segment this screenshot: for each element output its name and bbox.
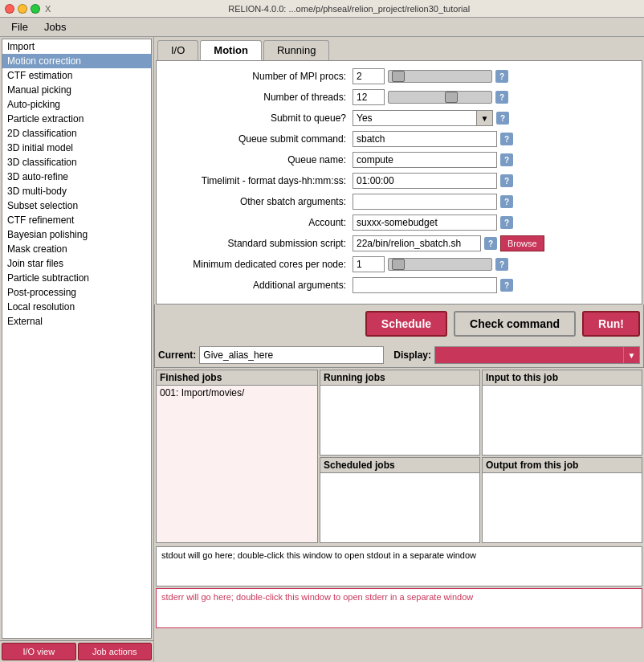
script-help[interactable]: ? bbox=[484, 237, 497, 250]
sidebar-item-particle-extraction[interactable]: Particle extraction bbox=[2, 112, 151, 126]
threads-slider[interactable] bbox=[388, 91, 492, 104]
script-input[interactable] bbox=[353, 235, 481, 251]
title-bar: X RELION-4.0.0: ...ome/p/phseal/relion_p… bbox=[0, 0, 644, 18]
cores-control: ? bbox=[353, 256, 638, 272]
output-job-title: Output from this job bbox=[483, 458, 642, 473]
scheduled-jobs-title: Scheduled jobs bbox=[320, 458, 479, 473]
sbatch-args-label: Other sbatch arguments: bbox=[160, 196, 353, 207]
form-row-queue-name: Queue name: ? bbox=[160, 151, 638, 169]
add-args-control: ? bbox=[353, 277, 638, 293]
script-label: Standard submission script: bbox=[160, 238, 353, 249]
left-panel-inner: Import Motion correction CTF estimation … bbox=[0, 37, 153, 662]
sidebar-item-subset-selection[interactable]: Subset selection bbox=[2, 198, 151, 213]
schedule-button[interactable]: Schedule bbox=[365, 311, 447, 337]
queue-help[interactable]: ? bbox=[496, 112, 509, 125]
right-panel: I/O Motion Running Number of MPI procs: … bbox=[154, 37, 644, 662]
check-command-button[interactable]: Check command bbox=[454, 311, 576, 337]
account-label: Account: bbox=[160, 217, 353, 228]
tab-running[interactable]: Running bbox=[263, 40, 329, 60]
sidebar-item-external[interactable]: External bbox=[2, 314, 151, 329]
finished-jobs-content[interactable]: 001: Import/movies/ bbox=[157, 386, 317, 542]
cores-help[interactable]: ? bbox=[495, 258, 508, 271]
sidebar-item-import[interactable]: Import bbox=[2, 39, 151, 54]
cores-input[interactable] bbox=[353, 256, 385, 272]
mpi-label: Number of MPI procs: bbox=[160, 71, 353, 82]
io-view-button[interactable]: I/O view bbox=[2, 643, 76, 660]
tab-io[interactable]: I/O bbox=[157, 40, 198, 60]
sidebar-item-manual-picking[interactable]: Manual picking bbox=[2, 83, 151, 97]
sidebar-item-3d-initial-model[interactable]: 3D initial model bbox=[2, 141, 151, 155]
menu-file[interactable]: File bbox=[3, 19, 36, 35]
tab-motion[interactable]: Motion bbox=[200, 40, 262, 60]
script-control: ? Browse bbox=[353, 235, 638, 251]
running-jobs-content[interactable] bbox=[320, 386, 479, 455]
sidebar-item-motion-correction[interactable]: Motion correction bbox=[2, 54, 151, 68]
mpi-help[interactable]: ? bbox=[495, 70, 508, 83]
browse-button[interactable]: Browse bbox=[500, 235, 544, 251]
queue-select-arrow[interactable]: ▼ bbox=[477, 110, 493, 126]
menu-jobs[interactable]: Jobs bbox=[36, 19, 74, 35]
stderr-panel[interactable]: stderr will go here; double-click this w… bbox=[156, 588, 642, 628]
sidebar-item-particle-subtraction[interactable]: Particle subtraction bbox=[2, 271, 151, 285]
running-scheduled-col: Running jobs Scheduled jobs bbox=[320, 370, 480, 543]
sidebar-item-ctf-estimation[interactable]: CTF estimation bbox=[2, 68, 151, 83]
job-list[interactable]: Import Motion correction CTF estimation … bbox=[2, 39, 152, 639]
list-item[interactable]: 001: Import/movies/ bbox=[160, 387, 314, 398]
timelimit-input[interactable] bbox=[353, 173, 497, 189]
scheduled-jobs-content[interactable] bbox=[320, 473, 479, 542]
queue-control: ▼ ? bbox=[353, 110, 638, 126]
form-row-timelimit: Timelimit - format days-hh:mm:ss: ? bbox=[160, 172, 638, 190]
input-job-content[interactable] bbox=[483, 386, 642, 455]
close-button[interactable] bbox=[5, 4, 14, 14]
threads-help[interactable]: ? bbox=[495, 91, 508, 104]
run-button[interactable]: Run! bbox=[582, 311, 640, 337]
submit-cmd-help[interactable]: ? bbox=[500, 133, 513, 145]
sidebar-item-ctf-refinement[interactable]: CTF refinement bbox=[2, 213, 151, 227]
sidebar-item-join-star-files[interactable]: Join star files bbox=[2, 256, 151, 271]
mpi-slider[interactable] bbox=[388, 70, 492, 83]
job-actions-button[interactable]: Job actions bbox=[78, 643, 153, 660]
sidebar-item-local-resolution[interactable]: Local resolution bbox=[2, 300, 151, 314]
current-input[interactable] bbox=[199, 346, 384, 364]
maximize-button[interactable] bbox=[31, 4, 40, 14]
sidebar-item-2d-classification[interactable]: 2D classification bbox=[2, 126, 151, 141]
scheduled-jobs-panel: Scheduled jobs bbox=[320, 457, 480, 543]
sidebar-item-3d-multi-body[interactable]: 3D multi-body bbox=[2, 184, 151, 198]
add-args-input[interactable] bbox=[353, 277, 497, 293]
tab-bar: I/O Motion Running bbox=[154, 37, 644, 60]
threads-input[interactable] bbox=[353, 89, 385, 105]
left-panel: Import Motion correction CTF estimation … bbox=[0, 37, 154, 662]
sidebar-item-post-processing[interactable]: Post-processing bbox=[2, 285, 151, 300]
add-args-label: Additional arguments: bbox=[160, 280, 353, 291]
mpi-input[interactable] bbox=[353, 68, 385, 84]
sbatch-args-help[interactable]: ? bbox=[500, 195, 513, 208]
sidebar-item-3d-auto-refine[interactable]: 3D auto-refine bbox=[2, 170, 151, 184]
stdout-panel[interactable]: stdout will go here; double-click this w… bbox=[156, 546, 642, 586]
display-arrow[interactable]: ▼ bbox=[624, 346, 640, 364]
submit-cmd-input[interactable] bbox=[353, 131, 497, 147]
output-job-content[interactable] bbox=[483, 473, 642, 542]
sidebar-item-bayesian-polishing[interactable]: Bayesian polishing bbox=[2, 227, 151, 242]
queue-select-wrapper: ▼ bbox=[353, 110, 493, 126]
add-args-help[interactable]: ? bbox=[500, 279, 513, 292]
sidebar-item-3d-classification[interactable]: 3D classification bbox=[2, 155, 151, 170]
queue-select[interactable] bbox=[353, 110, 477, 126]
threads-control: ? bbox=[353, 89, 638, 105]
submit-cmd-label: Queue submit command: bbox=[160, 133, 353, 145]
timelimit-help[interactable]: ? bbox=[500, 174, 513, 187]
form-area: Number of MPI procs: ? Number of threads… bbox=[156, 60, 642, 304]
display-input[interactable] bbox=[434, 346, 624, 364]
sidebar-item-mask-creation[interactable]: Mask creation bbox=[2, 242, 151, 256]
account-input[interactable] bbox=[353, 215, 497, 231]
sidebar-item-auto-picking[interactable]: Auto-picking bbox=[2, 97, 151, 112]
sbatch-args-input[interactable] bbox=[353, 194, 497, 210]
cores-slider[interactable] bbox=[388, 258, 492, 271]
form-row-threads: Number of threads: ? bbox=[160, 88, 638, 106]
queue-name-input[interactable] bbox=[353, 152, 497, 168]
job-panels: Finished jobs 001: Import/movies/ Runnin… bbox=[154, 368, 644, 545]
finished-jobs-title: Finished jobs bbox=[157, 370, 317, 386]
display-select: ▼ bbox=[434, 346, 640, 364]
account-help[interactable]: ? bbox=[500, 216, 513, 229]
minimize-button[interactable] bbox=[18, 4, 27, 14]
queue-name-help[interactable]: ? bbox=[500, 153, 513, 166]
